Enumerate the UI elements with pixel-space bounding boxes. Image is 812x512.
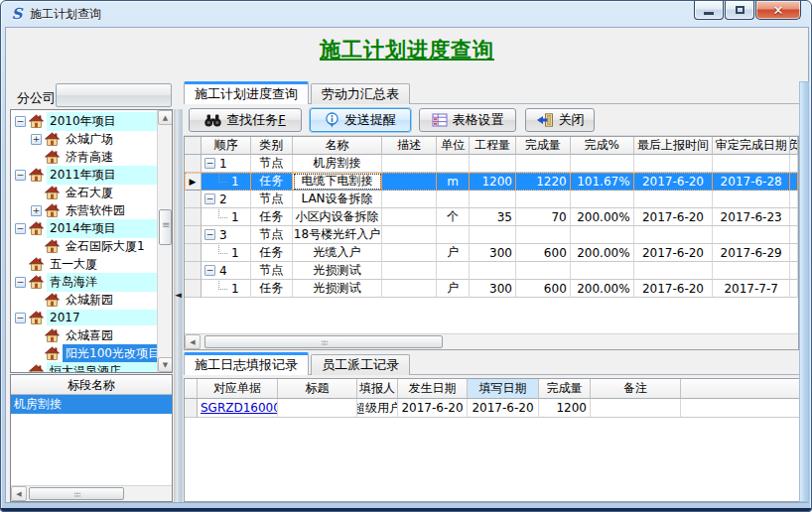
unit-cell[interactable]: 户	[437, 244, 470, 262]
maximize-button[interactable]	[725, 1, 754, 20]
percent-cell[interactable]	[571, 155, 634, 173]
sequence-cell[interactable]: 1	[202, 280, 251, 298]
tree-item[interactable]: −2017	[11, 309, 157, 326]
desc-cell[interactable]	[382, 280, 437, 298]
completed-cell[interactable]	[516, 155, 571, 173]
tree-item[interactable]: −青岛海洋	[11, 273, 157, 291]
column-header[interactable]: 单位	[437, 137, 470, 155]
scroll-down-arrow[interactable]: ▼	[158, 357, 173, 372]
row-selector-cell[interactable]	[185, 244, 202, 262]
unit-cell[interactable]	[437, 155, 470, 173]
desc-cell[interactable]	[382, 155, 437, 173]
grid-collapse-icon[interactable]: −	[204, 229, 215, 240]
tree-item[interactable]: −济青高速	[11, 148, 157, 166]
completed-cell[interactable]	[516, 262, 571, 280]
tree-toggle-icon[interactable]: −	[15, 116, 26, 127]
tree-vertical-scrollbar[interactable]: ▲ ▼	[157, 110, 172, 372]
tree-item[interactable]: −金石国际大厦1	[11, 237, 157, 255]
tree-item[interactable]: −2014年项目	[11, 219, 157, 237]
tree-item[interactable]: −金石大厦	[11, 184, 157, 201]
category-cell[interactable]: 节点	[251, 226, 293, 244]
log-column-header[interactable]: 对应单据	[198, 379, 278, 399]
last-report-cell[interactable]: 2017-6-20	[634, 208, 714, 226]
table-row[interactable]: −2节点LAN设备拆除	[185, 191, 798, 208]
name-cell[interactable]: 光损测试	[293, 280, 383, 298]
last-report-cell[interactable]	[634, 262, 714, 280]
unit-cell[interactable]: 个	[437, 208, 470, 226]
quantity-cell[interactable]: 35	[470, 208, 516, 226]
last-report-cell[interactable]: 2017-6-20	[634, 280, 714, 298]
minimize-button[interactable]	[694, 1, 724, 20]
section-list-item[interactable]: 机房割接	[11, 395, 172, 414]
log-table-row[interactable]: SGRZD160000003超级用户2017-6-202017-6-201200	[185, 399, 800, 418]
unit-cell[interactable]	[437, 191, 470, 208]
name-cell[interactable]: 机房割接	[293, 155, 383, 173]
percent-cell[interactable]: 200.00%	[571, 280, 634, 298]
find-task-button[interactable]: 查找任务F	[189, 108, 302, 132]
branch-combo-input[interactable]	[57, 84, 171, 106]
audit-date-cell[interactable]	[713, 262, 790, 280]
audit-date-cell[interactable]	[713, 155, 790, 173]
completed-cell[interactable]: 600	[516, 280, 571, 298]
log-column-header[interactable]: 发生日期	[398, 379, 468, 399]
unit-cell[interactable]: m	[437, 173, 470, 191]
last-report-cell[interactable]	[634, 155, 714, 173]
column-header[interactable]: 审定完成日期	[713, 137, 790, 155]
fill-date-cell[interactable]: 2017-6-20	[468, 399, 539, 418]
tree-item[interactable]: −2010年项目	[11, 112, 157, 130]
table-row[interactable]: −4节点光损测试	[185, 262, 798, 280]
audit-date-cell[interactable]	[713, 226, 790, 244]
log-row-selector-cell[interactable]	[185, 399, 198, 418]
document-link[interactable]: SGRZD160000003	[201, 401, 278, 415]
sequence-cell[interactable]: −2	[202, 191, 251, 208]
column-header[interactable]: 负	[790, 137, 798, 155]
row-selector-cell[interactable]	[185, 191, 202, 208]
desc-cell[interactable]	[382, 226, 437, 244]
quantity-cell[interactable]	[470, 191, 516, 208]
tree-item[interactable]: −2011年项目	[11, 166, 157, 184]
completed-cell[interactable]: 1200	[539, 399, 591, 418]
last-report-cell[interactable]: 2017-6-20	[634, 173, 714, 191]
tree-item[interactable]: +东营软件园	[11, 201, 157, 219]
completed-cell[interactable]: 600	[516, 244, 571, 262]
percent-cell[interactable]	[571, 262, 634, 280]
sequence-cell[interactable]: 1	[202, 244, 251, 262]
scroll-up-arrow[interactable]: ▲	[158, 110, 173, 125]
quantity-cell[interactable]	[470, 155, 516, 173]
last-report-cell[interactable]	[634, 191, 714, 208]
tree-item[interactable]: −恒大温泉酒店	[11, 362, 157, 372]
unit-cell[interactable]: 户	[437, 280, 470, 298]
category-cell[interactable]: 任务	[251, 173, 293, 191]
desc-cell[interactable]	[382, 191, 437, 208]
desc-cell[interactable]	[382, 208, 437, 226]
sequence-cell[interactable]: 1	[202, 173, 251, 191]
remark-cell[interactable]	[591, 399, 681, 418]
category-cell[interactable]: 任务	[251, 280, 293, 298]
log-column-header[interactable]: 填写日期	[468, 379, 539, 399]
log-column-header[interactable]: 完成量	[539, 379, 591, 399]
send-reminder-button[interactable]: 发送提醒	[310, 108, 411, 132]
sequence-cell[interactable]: −1	[202, 155, 251, 173]
column-header[interactable]: 工程量	[470, 137, 516, 155]
tree-item[interactable]: +众城广场	[11, 130, 157, 148]
section-scroll-thumb[interactable]	[29, 487, 124, 500]
completed-cell[interactable]: 1220	[516, 173, 571, 191]
tree-toggle-icon[interactable]: −	[15, 277, 26, 288]
sequence-cell[interactable]: −3	[202, 226, 251, 244]
percent-cell[interactable]	[571, 226, 634, 244]
name-cell[interactable]: 电缆下电割接	[293, 173, 383, 191]
desc-cell[interactable]	[382, 262, 437, 280]
row-selector-cell[interactable]	[185, 262, 202, 280]
close-button[interactable]: 关闭	[525, 108, 595, 132]
audit-date-cell[interactable]: 2017-6-28	[713, 173, 790, 191]
audit-date-cell[interactable]	[713, 191, 790, 208]
panel-splitter[interactable]: ◄	[174, 109, 183, 502]
desc-cell[interactable]	[382, 244, 437, 262]
name-cell[interactable]: 小区内设备拆除	[293, 208, 383, 226]
tab-active[interactable]: 施工计划进度查询	[184, 81, 309, 104]
tree-item[interactable]: −五一大厦	[11, 255, 157, 273]
completed-cell[interactable]	[516, 191, 571, 208]
tree-scroll-thumb[interactable]	[159, 209, 172, 245]
sequence-cell[interactable]: −4	[202, 262, 251, 280]
sequence-cell[interactable]: 1	[202, 208, 251, 226]
